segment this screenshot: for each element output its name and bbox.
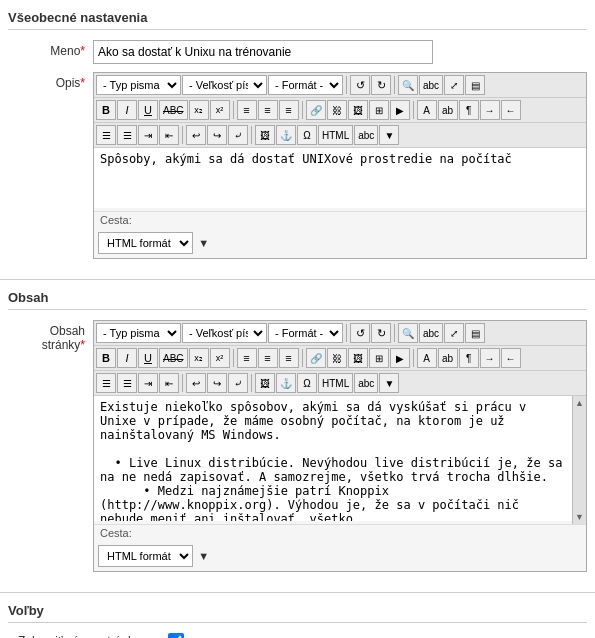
obsah-omega-btn[interactable]: Ω [297,373,317,393]
opis-underline-btn[interactable]: U [138,100,158,120]
opis-abc2-btn[interactable]: abc [354,125,378,145]
obsah-fullscreen-btn[interactable]: ⤢ [444,323,464,343]
obsah-label: Obsah stránky* [8,320,93,352]
opis-italic-btn[interactable]: I [117,100,137,120]
obsah-font-size-select[interactable]: - Veľkosť písm - [182,323,267,343]
opis-redo-btn[interactable]: ↻ [371,75,391,95]
opis-more-btn[interactable]: ▤ [465,75,485,95]
obsah-outdent-btn[interactable]: ← [501,348,521,368]
opis-back-btn[interactable]: ↩ [186,125,206,145]
opis-table-btn[interactable]: ⊞ [369,100,389,120]
opis-outdent-btn[interactable]: ← [501,100,521,120]
opis-bgcolor-btn[interactable]: ab [438,100,458,120]
obsah-ol-btn[interactable]: ☰ [117,373,137,393]
obsah-redo-btn[interactable]: ↻ [371,323,391,343]
opis-img-btn[interactable]: 🖼 [348,100,368,120]
obsah-forward-btn[interactable]: ↪ [207,373,227,393]
opis-format-row: HTML formát ▼ [94,228,586,258]
obsah-title: Obsah [8,290,587,310]
meno-input[interactable] [93,40,433,64]
opis-spellcheck-btn[interactable]: abc [419,75,443,95]
obsah-back-btn[interactable]: ↩ [186,373,206,393]
obsah-indent-btn[interactable]: → [480,348,500,368]
opis-omega-btn[interactable]: Ω [297,125,317,145]
opis-sub-btn[interactable]: x₂ [189,100,209,120]
opis-indent2-btn[interactable]: ⇥ [138,125,158,145]
obsah-html-btn[interactable]: HTML [318,373,353,393]
opis-align-center-btn[interactable]: ≡ [258,100,278,120]
opis-unlink-btn[interactable]: ⛓ [327,100,347,120]
opis-color-btn[interactable]: A [417,100,437,120]
obsah-indent2-btn[interactable]: ⇥ [138,373,158,393]
obsah-break-btn[interactable]: ⤶ [228,373,248,393]
vseobecne-title: Všeobecné nastavenia [8,10,587,30]
show-title-checkbox[interactable] [168,633,184,638]
obsah-italic-btn[interactable]: I [117,348,137,368]
obsah-table-btn[interactable]: ⊞ [369,348,389,368]
opis-outdent2-btn[interactable]: ⇤ [159,125,179,145]
obsah-align-right-btn[interactable]: ≡ [279,348,299,368]
opis-ol-btn[interactable]: ☰ [117,125,137,145]
obsah-editor-scroll-container: Existuje niekoľko spôsobov, akými sa dá … [94,396,586,524]
obsah-bgcolor-btn[interactable]: ab [438,348,458,368]
opis-bold-btn[interactable]: B [96,100,116,120]
obsah-scrollbar[interactable]: ▲ ▼ [572,396,586,524]
obsah-anchor-btn[interactable]: ⚓ [276,373,296,393]
show-title-label: Zobraziť názov stránky [18,634,168,638]
obsah-underline-btn[interactable]: U [138,348,158,368]
scroll-down-arrow[interactable]: ▼ [575,512,584,522]
obsah-sub-btn[interactable]: x₂ [189,348,209,368]
opis-undo-btn[interactable]: ↺ [350,75,370,95]
obsah-html-format-select[interactable]: HTML formát [98,545,193,567]
opis-font-type-select[interactable]: - Typ pisma - [96,75,181,95]
opis-format-select[interactable]: - Formát - [268,75,343,95]
opis-font-size-select[interactable]: - Veľkosť písm - [182,75,267,95]
opis-sup-btn[interactable]: x² [210,100,230,120]
opis-fullscreen-btn[interactable]: ⤢ [444,75,464,95]
obsah-more-btn[interactable]: ▤ [465,323,485,343]
scroll-up-arrow[interactable]: ▲ [575,398,584,408]
opis-toolbar-row2: B I U ABC x₂ x² ≡ ≡ ≡ 🔗 ⛓ 🖼 ⊞ ▶ [94,98,586,123]
obsah-img2-btn[interactable]: 🖼 [255,373,275,393]
obsah-section: Obsah Obsah stránky* - Typ pisma - - Veľ… [0,280,595,592]
obsah-unlink-btn[interactable]: ⛓ [327,348,347,368]
obsah-img-btn[interactable]: 🖼 [348,348,368,368]
opis-link-btn[interactable]: 🔗 [306,100,326,120]
opis-img2-btn[interactable]: 🖼 [255,125,275,145]
opis-ul-btn[interactable]: ☰ [96,125,116,145]
obsah-strike-btn[interactable]: ABC [159,348,188,368]
obsah-format-select[interactable]: - Formát - [268,323,343,343]
opis-align-right-btn[interactable]: ≡ [279,100,299,120]
opis-more2-btn[interactable]: ▼ [379,125,399,145]
opis-cesta: Cesta: [94,211,586,228]
obsah-para-btn[interactable]: ¶ [459,348,479,368]
opis-html-format-select[interactable]: HTML formát [98,232,193,254]
obsah-undo-btn[interactable]: ↺ [350,323,370,343]
obsah-align-center-btn[interactable]: ≡ [258,348,278,368]
obsah-bold-btn[interactable]: B [96,348,116,368]
obsah-font-type-select[interactable]: - Typ pisma - [96,323,181,343]
opis-strike-btn[interactable]: ABC [159,100,188,120]
opis-indent-btn[interactable]: → [480,100,500,120]
opis-textarea[interactable] [94,148,586,208]
obsah-color-btn[interactable]: A [417,348,437,368]
opis-break-btn[interactable]: ⤶ [228,125,248,145]
obsah-sup-btn[interactable]: x² [210,348,230,368]
opis-para-btn[interactable]: ¶ [459,100,479,120]
opis-find-btn[interactable]: 🔍 [398,75,418,95]
obsah-media-btn[interactable]: ▶ [390,348,410,368]
obsah-more2-btn[interactable]: ▼ [379,373,399,393]
obsah-spellcheck-btn[interactable]: abc [419,323,443,343]
obsah-align-left-btn[interactable]: ≡ [237,348,257,368]
obsah-find-btn[interactable]: 🔍 [398,323,418,343]
opis-forward-btn[interactable]: ↪ [207,125,227,145]
obsah-outdent2-btn[interactable]: ⇤ [159,373,179,393]
obsah-textarea[interactable]: Existuje niekoľko spôsobov, akými sa dá … [94,396,586,521]
opis-html-btn[interactable]: HTML [318,125,353,145]
opis-anchor-btn[interactable]: ⚓ [276,125,296,145]
obsah-abc2-btn[interactable]: abc [354,373,378,393]
opis-media-btn[interactable]: ▶ [390,100,410,120]
opis-align-left-btn[interactable]: ≡ [237,100,257,120]
obsah-link-btn[interactable]: 🔗 [306,348,326,368]
obsah-ul-btn[interactable]: ☰ [96,373,116,393]
